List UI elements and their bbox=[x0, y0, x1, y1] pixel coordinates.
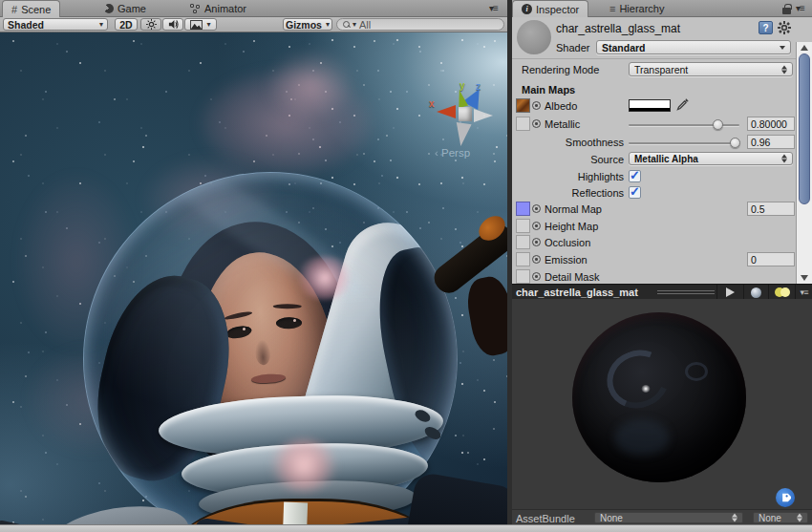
projection-mode-label[interactable]: ‹ Persp bbox=[435, 147, 470, 159]
search-icon bbox=[343, 21, 351, 29]
scene-viewport[interactable]: x y z ‹ Persp bbox=[0, 32, 508, 524]
smoothness-slider[interactable] bbox=[629, 142, 739, 144]
metallic-texture-slot[interactable] bbox=[516, 117, 530, 131]
preview-light-toggle-button[interactable] bbox=[768, 285, 795, 300]
rendering-mode-label: Rendering Mode bbox=[522, 64, 599, 75]
game-icon bbox=[104, 4, 114, 13]
normal-map-texture-thumbnail[interactable] bbox=[516, 202, 530, 216]
lock-icon[interactable] bbox=[782, 8, 791, 14]
help-icon[interactable]: ? bbox=[759, 21, 773, 34]
scene-panel-menu-icon[interactable]: ▾≡ bbox=[489, 3, 498, 13]
inspector-scrollbar[interactable] bbox=[796, 42, 812, 284]
gizmo-y-cone[interactable] bbox=[455, 89, 468, 108]
texture-picker-icon[interactable] bbox=[532, 255, 541, 264]
status-bar bbox=[0, 524, 812, 532]
tab-inspector-label: Inspector bbox=[536, 4, 579, 15]
reflections-checkbox[interactable] bbox=[629, 186, 641, 199]
inspector-panel-menu-icon[interactable]: ▾≡ bbox=[796, 3, 804, 13]
tab-inspector[interactable]: i Inspector bbox=[512, 0, 588, 17]
normal-map-value-field[interactable]: 0.5 bbox=[747, 202, 795, 216]
smoothness-label: Smoothness bbox=[512, 137, 624, 148]
preview-header[interactable]: char_astrella_glass_mat ▾≡ bbox=[512, 284, 812, 299]
texture-picker-icon[interactable] bbox=[532, 238, 541, 246]
height-map-texture-slot[interactable] bbox=[516, 219, 530, 233]
occlusion-texture-slot[interactable] bbox=[516, 235, 530, 249]
gizmo-center-cube[interactable] bbox=[459, 107, 472, 121]
preview-play-button[interactable] bbox=[716, 285, 743, 300]
metallic-row: Metallic 0.80000 bbox=[512, 117, 796, 133]
assetbundle-variant-dropdown[interactable]: None bbox=[753, 512, 808, 523]
smoothness-slider-knob[interactable] bbox=[730, 138, 740, 148]
detail-mask-label: Detail Mask bbox=[545, 271, 599, 283]
scene-panel: # Scene Game Animator ▾≡ Shaded ▾ 2D bbox=[0, 0, 508, 524]
metallic-slider-knob[interactable] bbox=[713, 119, 723, 130]
2d-toggle-button[interactable]: 2D bbox=[115, 18, 138, 31]
gizmos-label: Gizmos bbox=[286, 19, 322, 31]
smoothness-value-field[interactable]: 0.96 bbox=[747, 135, 795, 149]
preview-drag-handle[interactable] bbox=[657, 290, 715, 294]
unity-editor-window: # Scene Game Animator ▾≡ Shaded ▾ 2D bbox=[0, 0, 812, 532]
gizmos-dropdown[interactable]: Gizmos ▾ bbox=[283, 18, 332, 31]
chevron-down-icon: ▾ bbox=[99, 20, 103, 29]
shading-mode-dropdown[interactable]: Shaded ▾ bbox=[3, 18, 108, 31]
source-row: Source Metallic Alpha bbox=[512, 152, 796, 168]
scrollbar-down-icon[interactable] bbox=[801, 275, 808, 281]
preview-menu-icon[interactable]: ▾≡ bbox=[795, 285, 812, 300]
gizmo-x-cone[interactable] bbox=[437, 105, 456, 118]
tag-icon[interactable] bbox=[776, 488, 795, 507]
scrollbar-up-icon[interactable] bbox=[801, 45, 808, 51]
texture-picker-icon[interactable] bbox=[532, 101, 541, 110]
assetbundle-value: None bbox=[600, 513, 623, 523]
scene-audio-button[interactable] bbox=[162, 18, 183, 31]
eyedropper-icon[interactable] bbox=[676, 98, 689, 113]
scrollbar-thumb[interactable] bbox=[799, 53, 810, 204]
reflections-row: Reflections bbox=[512, 185, 796, 202]
material-sphere-thumbnail bbox=[517, 20, 551, 54]
inspector-panel: i Inspector ≡ Hierarchy ▾≡ char_astrella… bbox=[512, 0, 812, 532]
emission-texture-slot[interactable] bbox=[516, 252, 530, 266]
sphere-reflection-ring-small bbox=[685, 362, 708, 381]
texture-picker-icon[interactable] bbox=[532, 119, 541, 128]
main-maps-header: Main Maps bbox=[522, 84, 575, 96]
scene-effects-dropdown[interactable]: ▾ bbox=[184, 18, 217, 31]
tab-scene[interactable]: # Scene bbox=[2, 0, 60, 17]
height-map-row: Height Map bbox=[512, 219, 796, 235]
tab-scene-label: Scene bbox=[21, 4, 51, 15]
source-dropdown[interactable]: Metallic Alpha bbox=[629, 152, 793, 165]
sphere-icon bbox=[751, 287, 761, 298]
scene-search-input[interactable]: ▾ All bbox=[336, 18, 504, 31]
shader-value: Standard bbox=[602, 42, 646, 53]
material-preview-sphere[interactable] bbox=[572, 312, 746, 482]
scene-lighting-button[interactable] bbox=[140, 18, 161, 31]
assetbundle-variant-value: None bbox=[759, 513, 781, 523]
texture-picker-icon[interactable] bbox=[532, 272, 541, 281]
emission-value-field[interactable]: 0 bbox=[747, 252, 795, 266]
metallic-value-field[interactable]: 0.80000 bbox=[747, 117, 795, 131]
normal-map-label: Normal Map bbox=[545, 203, 602, 215]
gizmo-cone-down[interactable] bbox=[453, 122, 471, 147]
sphere-reflection-ring bbox=[598, 341, 678, 417]
shader-dropdown[interactable]: Standard bbox=[596, 40, 791, 54]
tab-hierarchy[interactable]: ≡ Hierarchy bbox=[601, 0, 673, 17]
occlusion-label: Occlusion bbox=[545, 237, 590, 248]
assetbundle-dropdown[interactable]: None bbox=[594, 512, 743, 523]
gizmo-cone-right[interactable] bbox=[474, 109, 493, 122]
albedo-texture-thumbnail[interactable] bbox=[516, 98, 530, 113]
chevron-down-icon: ▾ bbox=[353, 20, 356, 29]
tab-animator[interactable]: Animator bbox=[182, 0, 255, 17]
metallic-slider[interactable] bbox=[629, 124, 739, 126]
info-icon: i bbox=[522, 4, 532, 14]
highlights-checkbox[interactable] bbox=[629, 170, 641, 182]
preview-title: char_astrella_glass_mat bbox=[516, 287, 638, 298]
rendering-mode-dropdown[interactable]: Transparent bbox=[629, 62, 793, 76]
dropdown-arrows-icon bbox=[732, 514, 738, 522]
texture-picker-icon[interactable] bbox=[532, 222, 541, 230]
preview-sphere-mode-button[interactable] bbox=[743, 285, 768, 300]
animator-icon bbox=[190, 4, 201, 13]
texture-picker-icon[interactable] bbox=[532, 204, 541, 213]
gear-icon[interactable] bbox=[778, 21, 791, 34]
detail-mask-texture-slot[interactable] bbox=[516, 269, 530, 284]
tab-game[interactable]: Game bbox=[96, 0, 155, 17]
material-preview-area[interactable] bbox=[512, 299, 812, 509]
albedo-color-swatch[interactable] bbox=[629, 99, 671, 112]
